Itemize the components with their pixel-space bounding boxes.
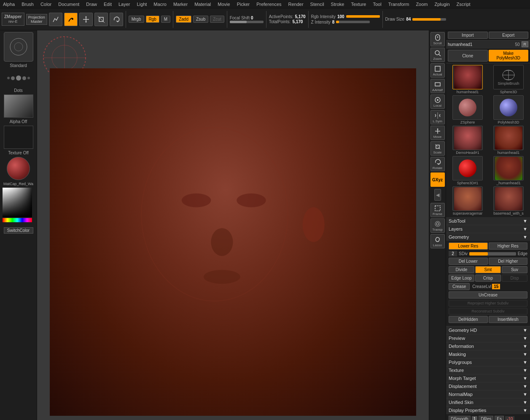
menu-render[interactable]: Render <box>287 2 305 7</box>
menu-stroke[interactable]: Stroke <box>330 2 346 7</box>
matcap-preview[interactable] <box>7 157 30 180</box>
menu-picker[interactable]: Picker <box>236 2 251 7</box>
tool-item-sphere3d1[interactable]: Sphere3D#1 <box>448 156 487 185</box>
geometry-header[interactable]: Geometry ▼ <box>446 233 530 241</box>
menu-zoom[interactable]: Zoom <box>414 2 429 7</box>
tool-item-humanhead1b[interactable]: humanhead1 <box>489 126 528 155</box>
move-mode-icon[interactable] <box>79 13 93 26</box>
menu-preferences[interactable]: Preferences <box>255 2 282 7</box>
brush-preview[interactable] <box>4 32 33 62</box>
zcut-button[interactable]: Zcut <box>210 16 224 23</box>
rotate-button[interactable]: Rotate <box>430 157 445 171</box>
gxyz-button[interactable]: GXyz <box>430 172 445 187</box>
crease-button[interactable]: Crease <box>449 283 470 290</box>
focal-shift-slider[interactable] <box>230 21 264 23</box>
menu-alpha[interactable]: Alpha <box>2 2 16 7</box>
transp-button[interactable]: Transp <box>430 218 445 233</box>
menu-macro[interactable]: Macro <box>152 2 168 7</box>
menu-texture[interactable]: Texture <box>350 2 367 7</box>
del-lower-button[interactable]: Del Lower <box>449 258 488 265</box>
viewport[interactable] <box>37 30 429 420</box>
tool-item-humanhead1c[interactable]: _humanhead1 <box>489 156 528 185</box>
aahalf-button[interactable]: AAHalf <box>430 79 445 93</box>
smt-button[interactable]: Smt <box>475 266 501 273</box>
color-picker[interactable] <box>3 188 35 226</box>
masking-header[interactable]: Masking ▼ <box>446 350 530 358</box>
edit-mode-icon[interactable] <box>49 13 62 26</box>
tool-item-demohead1[interactable]: DemoHead#1 <box>448 126 487 155</box>
higher-res-button[interactable]: Higher Res <box>489 242 528 250</box>
delhidden-button[interactable]: DelHidden <box>449 316 488 323</box>
menu-zplugin[interactable]: Zplugin <box>433 2 451 7</box>
draw-mode-icon[interactable] <box>64 13 78 26</box>
draw-size-slider[interactable] <box>412 18 446 21</box>
tool-item-basehead[interactable]: baseHead_with_s <box>489 186 528 215</box>
texture-preview[interactable] <box>4 126 33 149</box>
tool-item-zsphere[interactable]: ZSphere <box>448 95 487 124</box>
projection-master-button[interactable]: Projection Master <box>26 14 47 25</box>
zoom-button[interactable]: Zoom <box>430 48 445 62</box>
import-button[interactable]: Import <box>448 32 488 39</box>
displacement-header[interactable]: Displacement ▼ <box>446 382 530 390</box>
insertmesh-button[interactable]: InsertMesh <box>489 316 528 323</box>
disp-button[interactable]: Disp <box>502 275 527 282</box>
normalmap-header[interactable]: NormalMap ▼ <box>446 390 530 398</box>
uncrease-button[interactable]: UnCrease <box>449 291 527 299</box>
menu-zscript[interactable]: Zscript <box>455 2 472 7</box>
menu-brush[interactable]: Brush <box>20 2 35 7</box>
menu-edit[interactable]: Edit <box>102 2 113 7</box>
make-polymesh-button[interactable]: Make PolyMesh3D <box>489 50 529 62</box>
edge-loop-button[interactable]: Edge Loop <box>449 275 474 282</box>
menu-color[interactable]: Color <box>39 2 53 7</box>
texture-header[interactable]: Texture ▼ <box>446 366 530 374</box>
lasso-button[interactable]: Lasso <box>430 234 445 248</box>
lsym-button[interactable]: L.Sym <box>430 110 445 124</box>
zmapper-button[interactable]: ZMapper rev-E <box>2 13 24 26</box>
rgb-button[interactable]: Rgb <box>146 16 159 23</box>
hue-slider[interactable] <box>3 218 32 222</box>
subtool-header[interactable]: SubTool ▼ <box>446 217 530 225</box>
scale-mode-icon[interactable] <box>94 13 108 26</box>
z-intensity-slider[interactable] <box>336 21 370 23</box>
tool-item-sphere3d[interactable]: SimpleBrush Sphere3D <box>489 65 528 94</box>
zadd-button[interactable]: Zadd <box>176 16 191 23</box>
menu-layer[interactable]: Layer <box>117 2 132 7</box>
menu-transform[interactable]: Transform <box>387 2 411 7</box>
switchcolor-button[interactable]: SwitchColor <box>4 227 33 234</box>
rgb-intensity-slider[interactable] <box>346 15 380 18</box>
tool-item-superaverage[interactable]: superaveragemar <box>448 186 487 215</box>
menu-movie[interactable]: Movie <box>216 2 231 7</box>
r-button[interactable]: R <box>522 41 529 47</box>
zsub-button[interactable]: Zsub <box>193 16 208 23</box>
menu-light[interactable]: Light <box>136 2 148 7</box>
menu-material[interactable]: Material <box>193 2 212 7</box>
geometry-hd-header[interactable]: Geometry HD ▼ <box>446 326 530 334</box>
local-button[interactable]: Local <box>430 94 445 109</box>
menu-draw[interactable]: Draw <box>85 2 98 7</box>
mrgb-button[interactable]: Mrgb <box>129 16 144 23</box>
menu-document[interactable]: Document <box>57 2 81 7</box>
divide-button[interactable]: Divide <box>449 266 474 273</box>
alpha-preview[interactable] <box>4 94 33 118</box>
sdiv-slider[interactable] <box>469 252 516 256</box>
reproject-button[interactable]: Reproject Higher Subdiv <box>449 300 527 307</box>
tool-item-humanhead1[interactable]: humanhead1 <box>448 65 487 94</box>
reconstruct-button[interactable]: Reconstruct Subdiv <box>449 308 527 315</box>
polygroups-header[interactable]: Polygroups ▼ <box>446 358 530 366</box>
morph-target-header[interactable]: Morph Target ▼ <box>446 374 530 382</box>
lower-res-button[interactable]: Lower Res <box>449 242 488 250</box>
suv-button[interactable]: Suv <box>502 266 527 273</box>
export-button[interactable]: Export <box>489 32 529 39</box>
unified-skin-header[interactable]: Unified Skin ▼ <box>446 398 530 406</box>
menu-stencil[interactable]: Stencil <box>309 2 326 7</box>
menu-marker[interactable]: Marker <box>172 2 189 7</box>
menu-tool[interactable]: Tool <box>371 2 382 7</box>
actual-button[interactable]: Actual <box>430 63 445 78</box>
rotate-mode-icon[interactable] <box>110 13 123 26</box>
preview-header[interactable]: Preview ▼ <box>446 334 530 342</box>
crisp-button[interactable]: Crisp <box>475 275 501 282</box>
move-button[interactable]: Move <box>430 126 445 140</box>
m-button[interactable]: M <box>161 16 170 23</box>
clone-button[interactable]: Clone <box>448 50 488 62</box>
deformation-header[interactable]: Deformation ▼ <box>446 342 530 350</box>
